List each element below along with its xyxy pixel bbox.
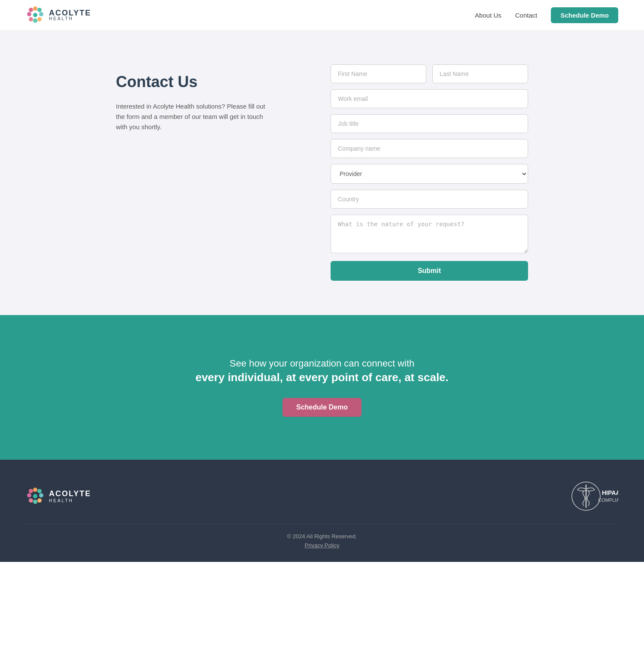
svg-point-14 xyxy=(39,493,43,497)
svg-point-12 xyxy=(27,493,31,497)
footer-logo-text: ACOLYTE HEALTH xyxy=(49,489,91,503)
svg-point-4 xyxy=(33,13,37,17)
footer-logo-icon xyxy=(26,487,45,506)
contact-description: Interested in Acolyte Health solutions? … xyxy=(116,101,270,132)
footer-logo-sub: HEALTH xyxy=(49,498,91,503)
logo-text: ACOLYTE HEALTH xyxy=(49,9,91,21)
contact-title: Contact Us xyxy=(116,73,296,91)
country-input[interactable] xyxy=(331,190,528,209)
svg-point-7 xyxy=(33,18,37,23)
contact-left: Contact Us Interested in Acolyte Health … xyxy=(116,64,296,132)
cta-section: See how your organization can connect wi… xyxy=(0,315,644,460)
footer-top: ACOLYTE HEALTH HIPAA COMPLIANT xyxy=(26,481,618,524)
job-title-input[interactable] xyxy=(331,114,528,133)
svg-point-8 xyxy=(37,17,42,21)
svg-point-11 xyxy=(37,489,42,493)
svg-text:COMPLIANT: COMPLIANT xyxy=(598,497,618,503)
nav-schedule-demo-button[interactable]: Schedule Demo xyxy=(551,7,618,23)
cta-line1: See how your organization can connect wi… xyxy=(26,358,618,369)
svg-point-16 xyxy=(33,500,37,504)
footer-logo: ACOLYTE HEALTH xyxy=(26,487,91,506)
name-row xyxy=(331,64,528,83)
footer: ACOLYTE HEALTH HIPAA COMPLIANT xyxy=(0,460,644,562)
svg-point-2 xyxy=(37,8,42,12)
last-name-input[interactable] xyxy=(432,64,528,83)
nav-link-about[interactable]: About Us xyxy=(475,12,501,19)
nav-logo[interactable]: ACOLYTE HEALTH xyxy=(26,6,91,24)
svg-point-13 xyxy=(33,494,37,498)
provider-select[interactable]: Provider Payer Employer Other xyxy=(331,164,528,184)
svg-point-17 xyxy=(37,498,42,503)
footer-bottom: © 2024 All Rights Reserved. Privacy Poli… xyxy=(26,524,618,549)
nav-links: About Us Contact Schedule Demo xyxy=(475,7,618,23)
cta-schedule-demo-button[interactable]: Schedule Demo xyxy=(283,398,361,417)
svg-point-1 xyxy=(33,6,37,11)
footer-privacy-link[interactable]: Privacy Policy xyxy=(305,542,340,549)
logo-name: ACOLYTE xyxy=(49,9,91,17)
navbar: ACOLYTE HEALTH About Us Contact Schedule… xyxy=(0,0,644,30)
hipaa-badge: HIPAA COMPLIANT xyxy=(571,481,618,511)
logo-sub: HEALTH xyxy=(49,17,91,21)
svg-point-15 xyxy=(29,498,33,503)
cta-line2: every individual, at every point of care… xyxy=(26,371,618,384)
svg-point-3 xyxy=(27,12,31,16)
svg-text:HIPAA: HIPAA xyxy=(602,489,618,496)
submit-button[interactable]: Submit xyxy=(331,261,528,281)
svg-point-5 xyxy=(39,12,43,16)
svg-point-9 xyxy=(29,489,33,493)
work-email-input[interactable] xyxy=(331,89,528,108)
contact-section: Contact Us Interested in Acolyte Health … xyxy=(0,30,644,315)
footer-copyright: © 2024 All Rights Reserved. xyxy=(26,533,618,540)
svg-point-10 xyxy=(33,488,37,492)
svg-point-0 xyxy=(29,8,33,12)
svg-point-6 xyxy=(29,17,33,21)
company-name-input[interactable] xyxy=(331,139,528,158)
hipaa-icon: HIPAA COMPLIANT xyxy=(571,481,618,511)
footer-logo-name: ACOLYTE xyxy=(49,489,91,498)
contact-form: Provider Payer Employer Other Submit xyxy=(331,64,528,281)
first-name-input[interactable] xyxy=(331,64,426,83)
logo-icon xyxy=(26,6,45,24)
nav-link-contact[interactable]: Contact xyxy=(515,12,538,19)
request-textarea[interactable] xyxy=(331,215,528,253)
